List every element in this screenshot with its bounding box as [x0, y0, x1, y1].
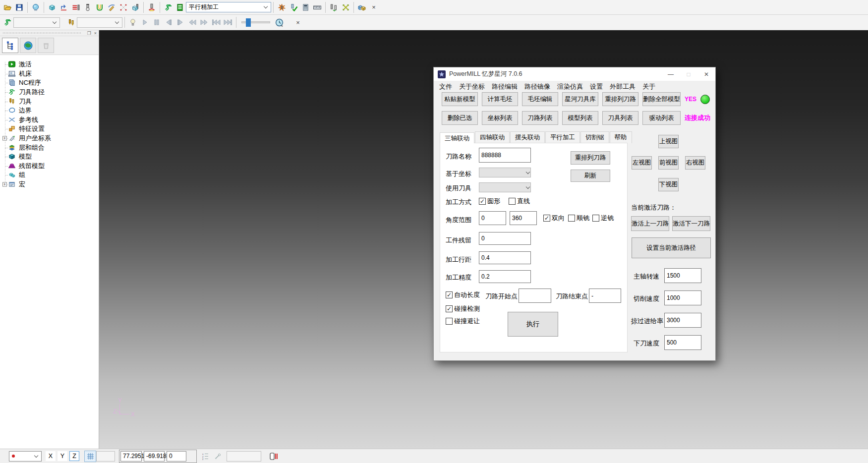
skim-feed-input[interactable] [664, 313, 701, 328]
close-toolbar-icon[interactable]: × [292, 16, 304, 28]
execute-button[interactable]: 执行 [508, 312, 558, 337]
tree-item-toolpath[interactable]: 刀具路径 [0, 88, 99, 97]
tree-item-machine[interactable]: 机床 [0, 69, 99, 79]
tab-help[interactable]: 帮助 [610, 131, 632, 143]
clock-icon[interactable] [273, 16, 285, 28]
coord-list-button[interactable]: 坐标列表 [482, 111, 518, 125]
open-icon[interactable] [1, 1, 13, 13]
tool-sphere-icon[interactable] [82, 1, 94, 13]
play-icon[interactable] [139, 16, 151, 28]
stepover-input[interactable] [479, 251, 531, 264]
activate-next-button[interactable]: 激活下一刀路 [672, 216, 710, 231]
delete-selected-button[interactable]: 删除已选 [442, 111, 478, 125]
end-point-input[interactable] [589, 289, 621, 303]
collision-check-checkbox[interactable] [446, 305, 453, 312]
sphere-icon[interactable] [30, 1, 42, 13]
model-list-button[interactable]: 模型列表 [562, 111, 598, 125]
cutting-speed-input[interactable] [664, 290, 701, 305]
seek-forward-icon[interactable] [198, 16, 210, 28]
use-tool-select[interactable] [479, 182, 531, 192]
speed-slider[interactable] [241, 21, 270, 23]
plunge-speed-input[interactable] [664, 335, 701, 350]
slider-handle[interactable] [246, 18, 251, 27]
statusbar-select[interactable] [9, 451, 42, 462]
tool-library-button[interactable]: 星河刀具库 [562, 92, 598, 106]
spindle-speed-input[interactable] [664, 268, 701, 283]
point-diamonds-icon[interactable] [117, 1, 129, 13]
device-status-icon[interactable] [267, 450, 279, 462]
tab-globe[interactable] [20, 38, 36, 53]
tree-item-levels[interactable]: 层和组合 [0, 143, 99, 152]
tab-parallel[interactable]: 平行加工 [545, 131, 580, 143]
collision-check-checkbox-row[interactable]: 碰撞检测 [446, 304, 480, 313]
tree-item-nc-program[interactable]: NC程序 [0, 78, 99, 88]
view-right-button[interactable]: 右视图 [685, 156, 705, 170]
close-panel-icon[interactable]: × [94, 31, 97, 36]
y-axis-button[interactable]: Y [58, 451, 67, 461]
tree-item-tools[interactable]: 刀具 [0, 97, 99, 106]
stock-remain-input[interactable] [479, 232, 531, 245]
toolpath-name-input[interactable] [479, 148, 531, 163]
tab-trash[interactable] [38, 38, 54, 53]
strategy-list-icon[interactable] [174, 1, 186, 13]
menu-path-mirror[interactable]: 路径镜像 [521, 82, 554, 91]
powermill-logo-icon[interactable] [1, 16, 13, 28]
box-tool-icon[interactable] [129, 1, 141, 13]
tab-saw[interactable]: 切割锯 [580, 131, 609, 143]
conventional-checkbox[interactable] [592, 215, 599, 222]
go-end-icon[interactable] [222, 16, 234, 28]
close-icon[interactable]: ✕ [697, 67, 715, 81]
tree-item-macro[interactable]: +宏 [0, 180, 99, 189]
start-point-input[interactable] [519, 289, 551, 303]
drive-list-button[interactable]: 驱动列表 [642, 111, 681, 125]
coord-x-input[interactable]: 77.2951 [120, 451, 142, 462]
set-active-path-button[interactable]: 设置当前激活路径 [632, 237, 711, 258]
bidir-checkbox[interactable] [543, 215, 550, 222]
compare-boxes-icon[interactable] [356, 1, 368, 13]
tree-item-model[interactable]: 模型 [0, 152, 99, 162]
sidebar-grip[interactable]: ❐ × [0, 30, 99, 36]
step-forward-icon[interactable] [174, 16, 186, 28]
z-axis-button[interactable]: Z [69, 451, 79, 461]
go-start-icon[interactable] [210, 16, 222, 28]
tree-item-boundary[interactable]: 边界 [0, 106, 99, 116]
menu-external-tools[interactable]: 外部工具 [606, 82, 639, 91]
auto-length-checkbox[interactable] [446, 291, 453, 298]
tree-item-groups[interactable]: 组 [0, 171, 99, 180]
pencil-curve-icon[interactable] [106, 1, 117, 13]
rearrange-button[interactable]: 重排列刀路 [571, 151, 610, 165]
delete-all-models-button[interactable]: 删除全部模型 [642, 92, 681, 106]
circle-checkbox[interactable] [479, 198, 486, 205]
probe-icon[interactable] [212, 450, 224, 462]
tree-item-stock-model[interactable]: 残留模型 [0, 162, 99, 171]
grid-icon[interactable] [84, 451, 96, 462]
bidir-checkbox-row[interactable]: 双向 [543, 214, 565, 223]
tab-4axis[interactable]: 四轴联动 [475, 131, 510, 143]
calculator-icon[interactable] [299, 1, 311, 13]
pause-icon[interactable] [151, 16, 163, 28]
transform-arrows-icon[interactable] [340, 1, 351, 13]
tree-item-activate[interactable]: 激活 [0, 60, 99, 69]
view-top-button[interactable]: 上视图 [658, 135, 679, 148]
collision-check-icon[interactable] [94, 1, 106, 13]
grid-size-input[interactable] [96, 451, 115, 462]
auto-length-checkbox-row[interactable]: 自动长度 [446, 290, 480, 299]
close-toolbar-icon[interactable]: × [368, 1, 380, 13]
tree-item-workplane[interactable]: +用户坐标系 [0, 134, 99, 143]
paste-model-button[interactable]: 粘贴新模型 [442, 92, 478, 106]
viewport-canvas[interactable]: Y Z X PowerMILL 忆梦星河 7.0.6 — □ ✕ 文件 关于坐标… [99, 30, 868, 449]
tool-arc-icon[interactable] [146, 1, 158, 13]
seek-back-icon[interactable] [186, 16, 198, 28]
collision-avoid-checkbox-row[interactable]: 碰撞避让 [446, 317, 480, 326]
tab-3axis[interactable]: 三轴联动 [440, 132, 474, 143]
view-left-button[interactable]: 左视图 [632, 156, 652, 170]
float-panel-icon[interactable]: ❐ [87, 31, 91, 36]
return-arrow-icon[interactable] [58, 1, 70, 13]
tab-tilt-head[interactable]: 摆头联动 [510, 131, 545, 143]
bar-tool-icon[interactable] [70, 1, 82, 13]
toolpath-burst-icon[interactable] [276, 1, 288, 13]
activate-prev-button[interactable]: 激活上一刀路 [631, 216, 669, 231]
step-back-icon[interactable] [163, 16, 174, 28]
expand-icon[interactable]: + [2, 182, 7, 187]
climb-checkbox[interactable] [568, 215, 575, 222]
